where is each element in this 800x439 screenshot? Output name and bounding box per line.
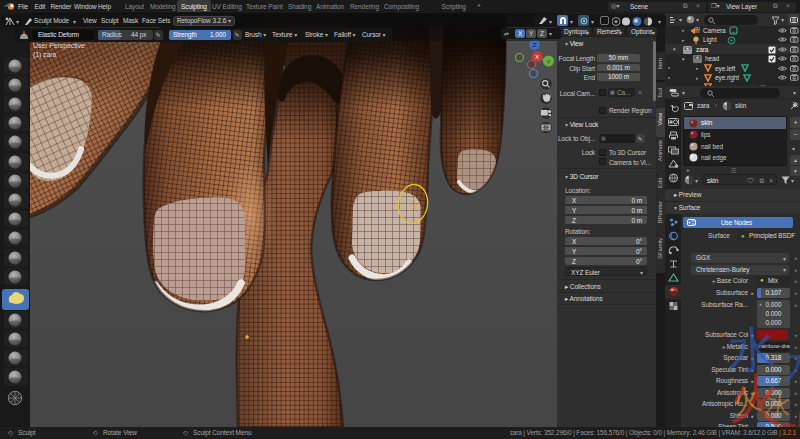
svg-text:User Perspective: User Perspective	[33, 42, 85, 50]
svg-text:X: X	[535, 54, 539, 60]
svg-text:(1) zara: (1) zara	[33, 51, 57, 59]
svg-text:Y: Y	[547, 59, 551, 65]
svg-text:Z: Z	[533, 42, 537, 48]
